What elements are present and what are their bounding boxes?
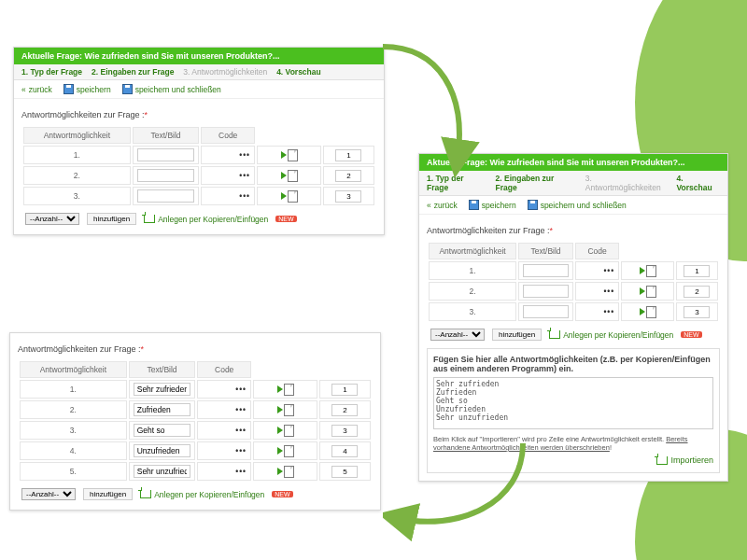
table-row: 2.••• xyxy=(20,400,371,419)
insert-icon[interactable] xyxy=(281,192,287,200)
back-link[interactable]: «zurück xyxy=(427,201,458,210)
page-icon[interactable] xyxy=(284,445,294,457)
step-2[interactable]: 2. Eingaben zur Frage xyxy=(92,67,174,77)
save-icon xyxy=(63,84,74,94)
page-icon[interactable] xyxy=(284,384,294,396)
insert-icon[interactable] xyxy=(277,385,283,393)
answer-input[interactable] xyxy=(134,465,191,478)
chevron-left-icon: « xyxy=(21,85,26,94)
paste-create-link[interactable]: Anlegen per Kopieren/Einfügen xyxy=(549,330,673,340)
save-link[interactable]: speichern xyxy=(63,84,111,94)
step-3[interactable]: 3. Antwortmöglichkeiten xyxy=(183,67,267,77)
page-icon[interactable] xyxy=(288,149,298,161)
drag-handle-icon[interactable]: ••• xyxy=(197,441,251,460)
answer-input[interactable] xyxy=(134,444,191,457)
paste-textarea[interactable]: Sehr zufrieden Zufrieden Geht so Unzufri… xyxy=(433,377,713,429)
table-row: 2.••• xyxy=(23,166,374,185)
page-icon[interactable] xyxy=(288,190,298,203)
drag-handle-icon[interactable]: ••• xyxy=(197,380,251,399)
drag-handle-icon[interactable]: ••• xyxy=(201,187,255,205)
answer-input[interactable] xyxy=(134,424,191,437)
answers-table: AntwortmöglichkeitText/BildCode 1.••• 2.… xyxy=(18,359,373,483)
save-icon xyxy=(528,200,538,210)
add-button[interactable]: hinzufügen xyxy=(492,329,542,341)
code-input[interactable] xyxy=(684,286,710,298)
code-input[interactable] xyxy=(331,445,358,457)
answer-input[interactable] xyxy=(523,264,569,277)
insert-icon[interactable] xyxy=(277,406,283,413)
panel-answers-filled: Antwortmöglichkeiten zur Frage :* Antwor… xyxy=(9,332,381,511)
page-icon[interactable] xyxy=(646,265,656,277)
cart-icon xyxy=(549,330,560,339)
add-button[interactable]: hinzufügen xyxy=(83,488,133,500)
page-icon[interactable] xyxy=(646,306,656,318)
table-row: 3.••• xyxy=(23,187,374,205)
insert-icon[interactable] xyxy=(640,287,645,295)
back-link[interactable]: «zurück xyxy=(21,85,52,94)
step-4[interactable]: 4. Vorschau xyxy=(677,174,720,192)
insert-icon[interactable] xyxy=(277,427,283,434)
code-input[interactable] xyxy=(335,190,361,203)
answer-input[interactable] xyxy=(137,189,195,203)
answer-input[interactable] xyxy=(134,383,191,396)
page-icon[interactable] xyxy=(284,404,294,416)
add-button[interactable]: hinzufügen xyxy=(87,213,136,225)
drag-handle-icon[interactable]: ••• xyxy=(575,302,619,321)
step-1[interactable]: 1. Typ der Frage xyxy=(427,174,486,192)
step-3[interactable]: 3. Antwortmöglichkeiten xyxy=(585,174,668,192)
table-row: 3.••• xyxy=(20,421,371,440)
insert-icon[interactable] xyxy=(281,151,287,159)
quantity-select[interactable]: --Anzahl-- xyxy=(25,213,79,225)
save-icon xyxy=(122,84,133,94)
page-icon[interactable] xyxy=(288,170,298,182)
step-2[interactable]: 2. Eingaben zur Frage xyxy=(496,174,576,192)
drag-handle-icon[interactable]: ••• xyxy=(201,166,255,185)
code-input[interactable] xyxy=(684,265,710,277)
code-input[interactable] xyxy=(335,149,361,161)
panel-header: Aktuelle Frage: Wie zufrieden sind Sie m… xyxy=(14,48,384,64)
insert-icon[interactable] xyxy=(640,308,645,315)
paste-create-link[interactable]: Anlegen per Kopieren/Einfügen xyxy=(140,490,264,499)
insert-icon[interactable] xyxy=(277,447,283,455)
new-badge: NEW xyxy=(272,491,292,497)
code-input[interactable] xyxy=(331,466,358,478)
answer-input[interactable] xyxy=(137,169,195,182)
page-icon[interactable] xyxy=(284,425,294,437)
save-close-link[interactable]: speichern und schließen xyxy=(122,84,221,94)
insert-icon[interactable] xyxy=(277,468,283,475)
insert-icon[interactable] xyxy=(281,172,287,179)
import-link[interactable]: Importieren xyxy=(656,455,713,465)
answer-input[interactable] xyxy=(523,285,569,298)
code-input[interactable] xyxy=(331,384,358,396)
toolbar: «zurück speichern speichern und schließe… xyxy=(14,80,384,99)
wizard-steps: 1. Typ der Frage 2. Eingaben zur Frage 3… xyxy=(419,171,727,196)
code-input[interactable] xyxy=(331,404,358,416)
answer-input[interactable] xyxy=(523,305,569,318)
drag-handle-icon[interactable]: ••• xyxy=(575,282,619,301)
save-close-link[interactable]: speichern und schließen xyxy=(528,200,627,210)
page-icon[interactable] xyxy=(284,466,294,478)
panel-question-paste: Aktuelle Frage: Wie zufrieden sind Sie m… xyxy=(418,153,728,482)
insert-icon[interactable] xyxy=(640,267,645,274)
code-input[interactable] xyxy=(335,170,361,182)
paste-instructions: Fügen Sie hier alle Antwortmöglichkeiten… xyxy=(433,355,713,373)
answer-input[interactable] xyxy=(137,148,195,161)
quantity-select[interactable]: --Anzahl-- xyxy=(430,329,485,341)
table-row: 2.••• xyxy=(429,282,718,301)
code-input[interactable] xyxy=(331,425,358,437)
drag-handle-icon[interactable]: ••• xyxy=(197,462,251,481)
drag-handle-icon[interactable]: ••• xyxy=(197,400,251,419)
page-icon[interactable] xyxy=(646,286,656,298)
paste-create-link[interactable]: Anlegen per Kopieren/Einfügen xyxy=(144,215,268,224)
step-4[interactable]: 4. Vorschau xyxy=(276,67,321,77)
drag-handle-icon[interactable]: ••• xyxy=(201,146,255,164)
answers-table: AntwortmöglichkeitText/BildCode 1.••• 2.… xyxy=(21,125,376,207)
table-row: 1.••• xyxy=(20,380,371,399)
quantity-select[interactable]: --Anzahl-- xyxy=(21,488,76,500)
drag-handle-icon[interactable]: ••• xyxy=(575,261,619,280)
drag-handle-icon[interactable]: ••• xyxy=(197,421,251,440)
step-1[interactable]: 1. Typ der Frage xyxy=(21,67,82,77)
save-link[interactable]: speichern xyxy=(469,200,516,210)
answer-input[interactable] xyxy=(134,403,191,416)
code-input[interactable] xyxy=(684,306,710,318)
